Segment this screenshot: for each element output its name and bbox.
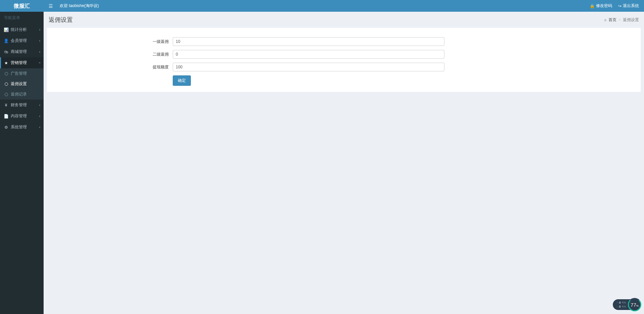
brand-logo[interactable]: 微服汇 xyxy=(0,0,44,12)
lock-icon: 🔒 xyxy=(590,4,595,8)
download-unit: K/s xyxy=(622,305,626,309)
logout-link[interactable]: ↪ 退出系统 xyxy=(618,3,639,9)
chevron-left-icon: ‹ xyxy=(39,28,40,32)
level1-input[interactable] xyxy=(173,37,444,46)
usage-circle: 77% xyxy=(628,298,641,311)
usage-percent: 77% xyxy=(631,302,639,308)
subitem-label: 返佣记录 xyxy=(11,91,27,97)
sidebar-item-stats[interactable]: 📊 统计分析 ‹ xyxy=(0,24,44,35)
sidebar-item-label: 营销管理 xyxy=(11,60,39,66)
form-box: 一级返佣 二级返佣 提现额度 xyxy=(47,28,641,92)
bag-icon: 🛍 xyxy=(3,50,9,54)
marketing-submenu: 广告管理 返佣设置 返佣记录 xyxy=(0,68,44,100)
level2-input[interactable] xyxy=(173,50,444,59)
sidebar-item-marketing[interactable]: ★ 营销管理 ‹ xyxy=(0,57,44,68)
breadcrumb-separator: > xyxy=(619,17,621,22)
sidebar-item-label: 内容管理 xyxy=(11,113,39,119)
sidebar-item-content[interactable]: 📄 内容管理 ‹ xyxy=(0,111,44,122)
sidebar-item-label: 会员管理 xyxy=(11,38,39,44)
change-password-link[interactable]: 🔒 修改密码 xyxy=(590,3,612,9)
chevron-left-icon: ‹ xyxy=(39,114,40,118)
home-icon: ⌂ xyxy=(604,18,606,22)
circle-icon xyxy=(5,82,8,86)
subitem-rebate-settings[interactable]: 返佣设置 xyxy=(0,79,44,89)
subitem-rebate-records[interactable]: 返佣记录 xyxy=(0,89,44,100)
sidebar-item-label: 统计分析 xyxy=(11,27,39,33)
subitem-label: 返佣设置 xyxy=(11,81,27,87)
withdraw-input[interactable] xyxy=(173,63,444,71)
sidebar-item-finance[interactable]: ¥ 财务管理 ‹ xyxy=(0,100,44,111)
sidebar-item-mall[interactable]: 🛍 商城管理 ‹ xyxy=(0,46,44,57)
file-icon: 📄 xyxy=(3,114,9,119)
subitem-ad-manage[interactable]: 广告管理 xyxy=(0,68,44,79)
breadcrumb-current: 返佣设置 xyxy=(623,17,639,23)
breadcrumb: ⌂ 首页 > 返佣设置 xyxy=(604,17,639,23)
download-speed: 0 xyxy=(619,305,621,309)
sidebar-item-label: 商城管理 xyxy=(11,49,39,55)
menu-toggle-icon[interactable]: ☰ xyxy=(49,3,53,9)
level1-label: 一级返佣 xyxy=(47,39,173,45)
chevron-left-icon: ‹ xyxy=(39,39,40,43)
withdraw-label: 提现额度 xyxy=(47,64,173,70)
circle-icon xyxy=(5,93,8,96)
chart-icon: 📊 xyxy=(3,27,9,32)
chevron-down-icon: ‹ xyxy=(38,62,42,63)
submit-button[interactable]: 确定 xyxy=(173,75,191,86)
breadcrumb-home[interactable]: 首页 xyxy=(608,17,616,23)
network-monitor-widget[interactable]: ↑ 0K/s ↓ 0K/s 77% xyxy=(613,298,641,311)
gear-icon: ⚙ xyxy=(3,125,9,130)
chevron-left-icon: ‹ xyxy=(39,125,40,129)
signout-icon: ↪ xyxy=(618,4,622,8)
user-icon: 👤 xyxy=(3,39,9,43)
sidebar-item-label: 系统管理 xyxy=(11,124,39,130)
level2-label: 二级返佣 xyxy=(47,52,173,57)
sidebar-item-label: 财务管理 xyxy=(11,102,39,108)
page-title: 返佣设置 xyxy=(49,16,73,24)
chevron-left-icon: ‹ xyxy=(39,50,40,54)
arrow-up-icon: ↑ xyxy=(616,301,618,305)
sidebar-item-system[interactable]: ⚙ 系统管理 ‹ xyxy=(0,122,44,133)
circle-icon xyxy=(5,72,8,75)
welcome-text: 欢迎 taobishe(淘毕设) xyxy=(60,3,99,9)
upload-unit: K/s xyxy=(622,301,626,305)
sidebar-item-members[interactable]: 👤 会员管理 ‹ xyxy=(0,35,44,46)
chevron-left-icon: ‹ xyxy=(39,103,40,107)
upload-speed: 0 xyxy=(619,301,621,305)
logout-label: 退出系统 xyxy=(623,3,639,9)
subitem-label: 广告管理 xyxy=(11,71,27,76)
arrow-down-icon: ↓ xyxy=(616,305,618,309)
sidebar: 导航菜单 📊 统计分析 ‹ 👤 会员管理 ‹ 🛍 商城管理 ‹ ★ 营销管理 ‹ xyxy=(0,12,44,314)
change-password-label: 修改密码 xyxy=(596,3,612,9)
yen-icon: ¥ xyxy=(3,103,9,108)
sidebar-title: 导航菜单 xyxy=(0,12,44,24)
star-icon: ★ xyxy=(3,61,9,65)
